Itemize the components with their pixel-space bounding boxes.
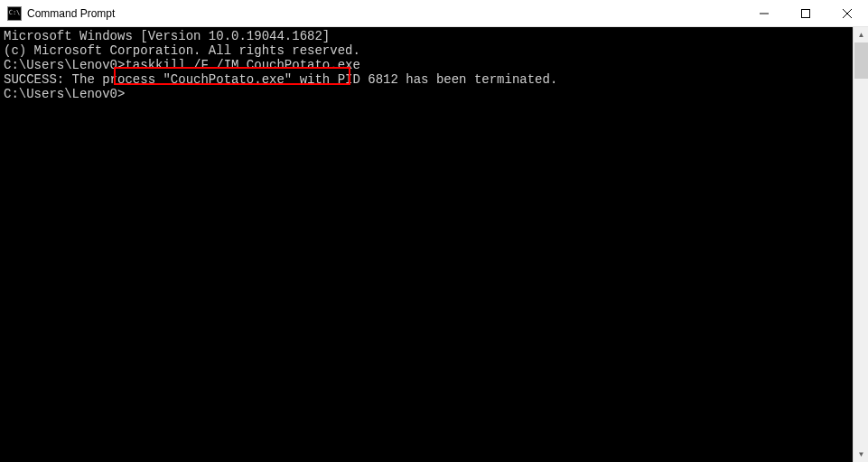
svg-rect-1 <box>802 9 810 17</box>
scrollbar-down-arrow-icon[interactable]: ▼ <box>854 447 868 462</box>
minimize-icon <box>760 9 769 18</box>
prompt-command: taskkill /F /IM CouchPotato.exe <box>125 58 359 72</box>
terminal-area[interactable]: Microsoft Windows [Version 10.0.19044.16… <box>0 27 868 462</box>
maximize-button[interactable] <box>785 0 826 26</box>
close-button[interactable] <box>826 0 868 26</box>
maximize-icon <box>801 9 810 18</box>
terminal-output-line: SUCCESS: The process "CouchPotato.exe" w… <box>4 72 864 87</box>
prompt-path: C:\Users\Lenov0> <box>4 87 125 101</box>
scrollbar-thumb[interactable] <box>854 42 868 79</box>
terminal-output-line: Microsoft Windows [Version 10.0.19044.16… <box>4 29 864 43</box>
titlebar: C:\ Command Prompt <box>0 0 868 27</box>
terminal-prompt-line: C:\Users\Lenov0> <box>4 87 864 101</box>
vertical-scrollbar[interactable]: ▲ ▼ <box>853 27 868 462</box>
scrollbar-up-arrow-icon[interactable]: ▲ <box>854 27 868 42</box>
window-title: Command Prompt <box>27 7 743 20</box>
minimize-button[interactable] <box>743 0 785 26</box>
close-icon <box>843 9 852 18</box>
cursor <box>125 89 132 101</box>
cmd-icon-text: C:\ <box>9 10 21 16</box>
terminal-prompt-line: C:\Users\Lenov0>taskkill /F /IM CouchPot… <box>4 58 864 72</box>
cmd-icon: C:\ <box>7 6 22 21</box>
terminal-output-line: (c) Microsoft Corporation. All rights re… <box>4 43 864 58</box>
prompt-path: C:\Users\Lenov0> <box>4 58 125 72</box>
titlebar-controls <box>743 0 868 26</box>
